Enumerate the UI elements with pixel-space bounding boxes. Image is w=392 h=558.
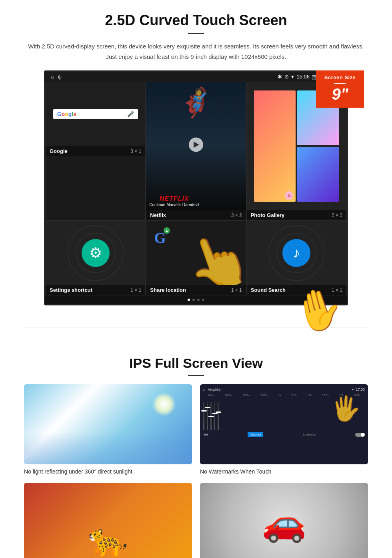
settings-app-name: Settings shortcut <box>50 287 92 293</box>
amp-toggle[interactable] <box>355 433 365 437</box>
amp-slider-4 <box>214 401 215 430</box>
main-title: 2.5D Curved Touch Screen <box>24 12 368 29</box>
gallery-app-name: Photo Gallery <box>251 212 285 218</box>
amp-handle-4 <box>212 413 218 414</box>
netflix-app-name: Netflix <box>150 212 166 218</box>
time-display: 15:06 <box>296 74 310 80</box>
nav-dot-2 <box>192 299 195 301</box>
google-label: Google 3 × 1 <box>46 146 145 156</box>
google-app-size: 3 × 1 <box>130 149 141 154</box>
share-location-cell[interactable]: G ▲ 👆 Share location 1 × 1 <box>146 221 246 295</box>
amp-custom-btn[interactable]: Custom <box>248 432 264 437</box>
feature-car-image: 🚗 <box>200 483 368 558</box>
car-top-view-icon: 🚗 <box>262 502 306 544</box>
section2-divider <box>188 375 204 376</box>
amp-footer: ◀◀ Custom loudness <box>203 432 365 437</box>
location-icon: ⊙ <box>284 74 289 80</box>
netflix-info: NETFLIX Continue Marvel's Daredevil <box>149 195 199 207</box>
cheetah-visual: 🐆 <box>24 483 192 558</box>
g-maps-icon: G ▲ <box>154 229 166 247</box>
share-app-name: Share location <box>150 287 186 293</box>
amp-sliders: 🖐 <box>203 398 365 430</box>
status-left: ⌂ ψ <box>51 74 62 80</box>
amp-slider-1 <box>203 401 204 430</box>
app-grid-row2: ⚙ Settings shortcut 1 × 1 G ▲ <box>45 221 347 295</box>
amp-handle-3 <box>208 416 214 417</box>
usb-icon: ψ <box>58 74 62 80</box>
netflix-subtitle: Continue Marvel's Daredevil <box>149 203 199 207</box>
amp-slider-group <box>203 398 219 430</box>
gallery-app-size: 2 × 2 <box>332 213 342 218</box>
netflix-label: Netflix 3 × 2 <box>146 210 246 220</box>
amp-signal: ▾ <box>352 387 354 391</box>
feature-sunlight: No light reflecting under 360° direct su… <box>24 384 192 475</box>
feature-cheetah: 🐆 Super Fast Response <box>24 483 192 558</box>
sound-search-cell[interactable]: ♪ Sound Search 1 × 1 <box>246 221 347 295</box>
amp-header: ⌂ Amplifier ▾ 17:33 <box>203 387 365 391</box>
google-search-bar[interactable]: Google 🎤 <box>53 109 138 119</box>
home-icon[interactable]: ⌂ <box>51 74 54 80</box>
netflix-play-button[interactable] <box>189 137 203 152</box>
badge-divider <box>334 83 346 84</box>
share-label: Share location 1 × 1 <box>146 285 246 295</box>
section-description: With 2.5D curved-display screen, this de… <box>24 41 368 62</box>
amp-handle-1 <box>201 410 207 411</box>
daredevil-figure: 🦸 <box>178 86 213 119</box>
amp-home-icon: ⌂ <box>203 387 205 391</box>
amp-slider-5 <box>218 401 219 430</box>
feature-sunlight-image <box>24 384 192 464</box>
cheetah-icon: 🐆 <box>88 521 128 558</box>
screen-size-badge: Screen Size 9" <box>316 70 364 108</box>
gallery-thumb-3 <box>297 147 339 202</box>
title-divider <box>188 33 204 34</box>
netflix-app-size: 3 × 2 <box>231 213 242 218</box>
features-grid: No light reflecting under 360° direct su… <box>24 384 368 558</box>
nav-dot-1 <box>188 299 190 301</box>
amp-back-icon: ◀◀ <box>203 433 208 436</box>
feature-amplifier: ⌂ Amplifier ▾ 17:33 60hz100hz200hz500hz1… <box>200 384 368 475</box>
car-visual: 🚗 <box>200 483 368 558</box>
google-cell[interactable]: Google 🎤 Google 3 × 1 <box>45 82 146 221</box>
sound-app-size: 1 × 1 <box>332 287 342 293</box>
amplifier-visual: ⌂ Amplifier ▾ 17:33 60hz100hz200hz500hz1… <box>200 384 368 464</box>
netflix-cell[interactable]: 🦸 NETFLIX Continue Marvel's Daredevil Ne… <box>146 82 246 221</box>
sound-bg-circles <box>247 221 346 285</box>
section2-title: IPS Full Screen View <box>24 355 368 371</box>
netflix-logo: NETFLIX <box>149 195 199 203</box>
settings-bg-circles <box>46 221 145 285</box>
sound-label: Sound Search 1 × 1 <box>247 285 346 295</box>
amp-loudness-label: loudness <box>303 433 316 436</box>
gallery-label: Photo Gallery 2 × 2 <box>247 210 346 220</box>
sky-gradient <box>24 432 192 464</box>
google-logo: Google <box>57 111 76 117</box>
signal-icon: ▾ <box>291 74 294 80</box>
share-app-size: 1 × 1 <box>231 287 242 293</box>
section-divider <box>24 327 368 327</box>
badge-label: Screen Size <box>319 74 361 80</box>
google-cell-content: Google 🎤 <box>46 82 145 146</box>
gallery-thumb-1: 🌸 <box>254 90 296 201</box>
flower-icon: 🌸 <box>284 191 294 200</box>
settings-cell[interactable]: ⚙ Settings shortcut 1 × 1 <box>45 221 146 295</box>
share-cell-content: G ▲ 👆 <box>146 221 246 285</box>
amp-hand-icon: 🖐 <box>331 394 361 423</box>
mic-icon[interactable]: 🎤 <box>127 111 134 117</box>
bluetooth-icon: ✱ <box>278 74 282 80</box>
nav-dot-4 <box>202 299 204 301</box>
settings-cell-content: ⚙ <box>46 221 145 285</box>
sound-cell-content: ♪ <box>247 221 346 285</box>
sunlight-visual <box>24 384 192 464</box>
amp-handle-5 <box>216 411 221 413</box>
sound-bg-circle-2 <box>268 225 324 281</box>
nav-dot-3 <box>197 299 200 301</box>
feature-amplifier-caption: No Watermarks When Touch <box>200 468 368 475</box>
settings-app-size: 1 × 1 <box>130 287 141 293</box>
hand-pointing-icon: 👆 <box>177 223 246 285</box>
status-bar: ⌂ ψ ✱ ⊙ ▾ 15:06 📷 🔊 ✕ ▭ <box>45 72 347 82</box>
android-screen: ⌂ ψ ✱ ⊙ ▾ 15:06 📷 🔊 ✕ ▭ <box>44 70 348 305</box>
amp-slider-2 <box>207 401 208 430</box>
settings-label: Settings shortcut 1 × 1 <box>46 285 145 295</box>
bg-circle-2 <box>68 225 124 281</box>
amp-title: Amplifier <box>208 387 222 391</box>
bottom-nav <box>45 295 347 304</box>
